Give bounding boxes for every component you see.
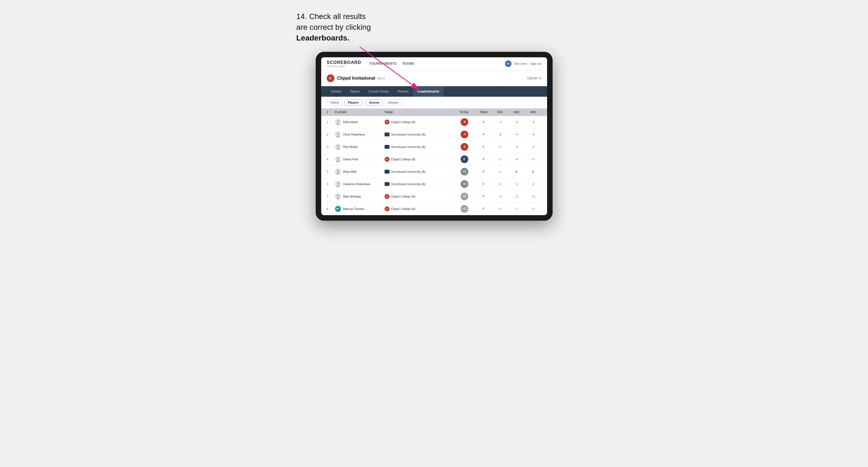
rd1-value: +2 [492,195,508,198]
score-badge: -4 [461,131,468,138]
player-cell: Blair McHarg [335,193,384,199]
thru-value: F [475,133,492,136]
score-badge: -8 [461,118,468,126]
table-row: 1 Elliot Ebert C Clippd College [A] -8 F… [321,116,547,128]
team-logo-clippd: C [384,157,390,162]
team-name: Scoreboard University [A] [391,145,426,149]
team-logo-scoreboard [384,145,390,149]
team-cell: Scoreboard University [A] [384,145,454,149]
logo-sub: Powered by clippd [327,65,362,67]
nav-tournaments[interactable]: TOURNAMENTS [369,61,397,67]
player-name: Rich Butler [343,145,358,149]
rd3-value: +2 [525,207,541,211]
logo-text: SCOREBOARD [327,60,362,65]
rd1-value: +1 [492,145,508,149]
team-name: Scoreboard University [A] [391,133,426,136]
player-name: Marcus Turners [343,207,364,211]
player-name: David Ford [343,158,358,161]
player-avatar [335,168,341,175]
tournament-header: C Clippd Invitational (Men) Cancel ✕ [321,70,547,86]
player-name: Chris Robertson [343,133,365,136]
player-avatar: MT [335,206,341,212]
col-rd2: RD2 [508,111,525,114]
rd2-value: E [508,170,525,173]
tab-results[interactable]: Results [393,86,413,97]
thru-value: F [475,120,492,124]
tournament-logo: C [327,74,334,82]
table-row: 7 Blair McHarg C Clippd College [A] +9 F… [321,190,547,203]
top-nav: SCOREBOARD Powered by clippd TOURNAMENTS… [321,57,547,70]
filter-players[interactable]: Players [344,99,362,105]
svg-point-12 [337,157,339,159]
rank-number: 5 [327,170,335,173]
table-row: 3 Rich Butler Scoreboard University [A] … [321,141,547,153]
tournament-title: Clippd Invitational [337,76,375,81]
thru-value: F [475,145,492,149]
svg-point-9 [337,145,339,147]
rd2-value: -4 [508,158,525,161]
instruction-text: 14. Check all results are correct by cli… [297,11,407,43]
score-badge: +6 [461,180,468,188]
tablet-screen: SCOREBOARD Powered by clippd TOURNAMENTS… [321,57,547,215]
score-badge: +11 [461,205,468,213]
rank-number: 7 [327,195,335,198]
leaderboard-table: 1 Elliot Ebert C Clippd College [A] -8 F… [321,116,547,215]
rd3-value: -5 [525,120,541,124]
tab-teams[interactable]: Teams [345,86,364,97]
score-badge: +1 [461,168,468,176]
player-cell: Rich Butler [335,144,384,150]
filter-bar: Teams Players Scores Strokes [321,97,547,108]
player-avatar [335,144,341,150]
tab-leaderboards[interactable]: Leaderboards [413,86,443,97]
nav-teams[interactable]: TEAMS [402,61,414,67]
team-logo-scoreboard [384,170,390,174]
score-badge: -2 [461,143,468,151]
team-cell: C Clippd College [A] [384,206,454,211]
rank-number: 8 [327,207,335,211]
team-name: Clippd College [A] [391,158,415,161]
tab-course-setup[interactable]: Course Setup [364,86,393,97]
filter-strokes[interactable]: Strokes [384,99,402,105]
rd1-value: +3 [492,120,508,124]
svg-point-15 [337,170,339,172]
team-name: Clippd College [A] [391,207,415,211]
table-header: # PLAYER TEAM TOTAL THRU RD1 RD2 RD3 [321,108,547,116]
team-cell: C Clippd College [A] [384,120,454,125]
team-name: Clippd College [A] [391,195,415,198]
rd2-value: -2 [508,145,525,149]
rd1-value: +2 [492,207,508,211]
rd2-value: +7 [508,207,525,211]
team-cell: Scoreboard University [A] [384,170,454,174]
player-cell: Elliot Ebert [335,119,384,125]
player-avatar [335,119,341,125]
rd3-value: -1 [525,145,541,149]
cancel-button[interactable]: Cancel ✕ [527,76,541,80]
page-wrapper: 14. Check all results are correct by cli… [297,11,572,221]
team-cell: C Clippd College [A] [384,194,454,199]
table-row: 8 MT Marcus Turners C Clippd College [A]… [321,203,547,215]
rd1-value: -5 [492,133,508,136]
filter-teams[interactable]: Teams [327,99,343,105]
player-avatar [335,181,341,187]
user-name: Test User | [514,62,528,65]
score-badge: E [461,155,468,163]
svg-point-6 [337,132,339,135]
rd1-value: +5 [492,182,508,186]
team-logo-scoreboard [384,132,390,136]
team-name: Scoreboard University [A] [391,170,426,173]
table-row: 2 Chris Robertson Scoreboard University … [321,128,547,141]
filter-scores[interactable]: Scores [366,99,383,105]
col-rd1: RD1 [492,111,508,114]
col-player: PLAYER [335,111,384,114]
team-name: Scoreboard University [A] [391,182,426,186]
rd1-value: +1 [492,158,508,161]
table-row: 6 Cameron Robertson Scoreboard Universit… [321,178,547,190]
team-logo-clippd: C [384,206,390,211]
tab-details[interactable]: Details [327,86,346,97]
thru-value: F [475,170,492,173]
player-avatar [335,156,341,162]
sign-out-link[interactable]: Sign out [530,62,541,65]
col-team: TEAM [384,111,454,114]
team-cell: C Clippd College [A] [384,157,454,162]
player-name: Elliot Ebert [343,120,358,124]
